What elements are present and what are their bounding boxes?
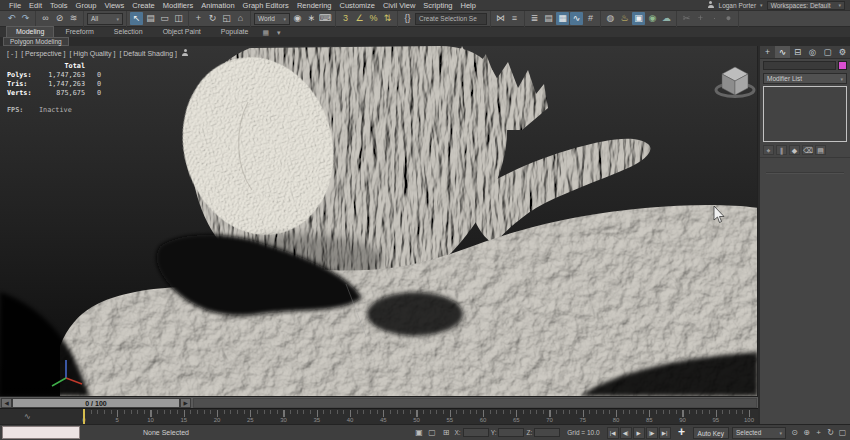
render-production-icon[interactable]: ◉ <box>646 12 659 25</box>
material-editor-icon[interactable]: ◍ <box>604 12 617 25</box>
scene-explorer-icon[interactable]: ▤ <box>542 12 555 25</box>
render-in-cloud-icon[interactable]: ☁ <box>660 12 673 25</box>
viewport-person-icon[interactable] <box>181 49 189 57</box>
zoom-icon[interactable]: ⊙ <box>789 427 800 438</box>
select-and-rotate-icon[interactable]: ↻ <box>206 12 219 25</box>
select-object-icon[interactable]: ↖ <box>130 12 143 25</box>
motion-tab-icon[interactable]: ◎ <box>805 46 820 58</box>
zoom-extents-icon[interactable]: ⊕ <box>801 427 812 438</box>
selection-lock-toggle-icon[interactable]: ▢ <box>427 427 438 438</box>
polygon-modeling-panel-button[interactable]: Polygon Modeling <box>3 37 69 46</box>
unlink-selection-icon[interactable]: ⊘ <box>53 12 66 25</box>
align-icon[interactable]: ≡ <box>508 12 521 25</box>
ribbon-toggle-icon[interactable]: ▦ <box>556 12 569 25</box>
maximize-viewport-toggle-icon[interactable]: ▢ <box>837 427 848 438</box>
keyboard-override-icon[interactable]: ⌨ <box>319 12 332 25</box>
time-slider-handle[interactable]: 0 / 100 <box>12 398 180 408</box>
coordinate-field-x[interactable] <box>463 428 489 437</box>
menu-item-views[interactable]: Views <box>100 1 128 10</box>
account-chevron-icon[interactable]: ▾ <box>760 2 763 8</box>
curve-editor-icon[interactable]: ∿ <box>570 12 583 25</box>
current-frame-caret[interactable] <box>83 409 85 424</box>
auto-key-button[interactable]: Auto Key <box>693 427 729 439</box>
hierarchy-tab-icon[interactable]: ⊟ <box>790 46 805 58</box>
disabled-tool-icon-2[interactable]: + <box>694 12 707 25</box>
maxscript-mini-listener[interactable] <box>2 426 80 439</box>
track-bar[interactable]: ∿ 05101520253035404550556065707580859095… <box>0 408 758 424</box>
rendered-frame-window-icon[interactable]: ▣ <box>632 12 645 25</box>
modify-tab-icon[interactable]: ∿ <box>775 46 790 58</box>
mirror-icon[interactable]: ⋈ <box>494 12 507 25</box>
use-pivot-center-icon[interactable]: ◉ <box>291 12 304 25</box>
schematic-view-icon[interactable]: # <box>584 12 597 25</box>
menu-item-customize[interactable]: Customize <box>335 1 378 10</box>
select-and-scale-icon[interactable]: ◱ <box>220 12 233 25</box>
window-crossing-icon[interactable]: ◫ <box>172 12 185 25</box>
disabled-tool-icon-1[interactable]: ✂ <box>680 12 693 25</box>
undo-icon[interactable]: ↶ <box>5 12 18 25</box>
menu-item-graph-editors[interactable]: Graph Editors <box>239 1 293 10</box>
ribbon-tab-object-paint[interactable]: Object Paint <box>154 27 210 37</box>
menu-item-rendering[interactable]: Rendering <box>293 1 336 10</box>
display-tab-icon[interactable]: ▢ <box>820 46 835 58</box>
menu-item-help[interactable]: Help <box>456 1 479 10</box>
previous-frame-button[interactable]: ◀| <box>620 427 632 439</box>
utilities-tab-icon[interactable]: ⚙ <box>835 46 850 58</box>
reference-coordinate-dropdown[interactable]: World▾ <box>254 13 290 25</box>
time-slider-next-button[interactable]: ▶ <box>180 398 191 408</box>
disabled-tool-icon-4[interactable]: ● <box>722 12 735 25</box>
percent-snap-icon[interactable]: % <box>367 12 380 25</box>
remove-modifier-icon[interactable]: ⌫ <box>802 145 813 155</box>
menu-item-animation[interactable]: Animation <box>197 1 238 10</box>
snap-toggle-3d-icon[interactable]: 3 <box>339 12 352 25</box>
menu-item-scripting[interactable]: Scripting <box>419 1 456 10</box>
time-slider-track[interactable] <box>193 398 757 408</box>
menu-item-civil-view[interactable]: Civil View <box>379 1 419 10</box>
redo-icon[interactable]: ↷ <box>19 12 32 25</box>
next-frame-button[interactable]: |▶ <box>646 427 658 439</box>
isolate-selection-toggle-icon[interactable]: ▣ <box>414 427 425 438</box>
account-name[interactable]: Logan Porter <box>719 2 757 9</box>
make-unique-icon[interactable]: ◆ <box>789 145 800 155</box>
perspective-viewport[interactable]: [ - ] [ Perspective ] [ High Quality ] [… <box>0 46 758 396</box>
select-by-name-icon[interactable]: ▤ <box>144 12 157 25</box>
configure-modifier-sets-icon[interactable]: ▤ <box>815 145 826 155</box>
keying-selection-set-dropdown[interactable]: Selected ▾ <box>732 427 786 439</box>
bind-to-space-warp-icon[interactable]: ≋ <box>67 12 80 25</box>
time-slider-prev-button[interactable]: ◀ <box>1 398 12 408</box>
angle-snap-icon[interactable]: ∠ <box>353 12 366 25</box>
edit-named-selection-sets-icon[interactable]: {} <box>401 12 414 25</box>
object-name-field[interactable] <box>763 61 836 70</box>
workspace-dropdown[interactable]: Workspaces: Default ▾ <box>767 1 845 10</box>
play-animation-button[interactable]: ▶ <box>633 427 645 439</box>
set-key-button[interactable]: + <box>674 426 690 439</box>
menu-item-group[interactable]: Group <box>72 1 101 10</box>
coordinate-field-z[interactable] <box>534 428 560 437</box>
coordinate-field-y[interactable] <box>498 428 524 437</box>
select-and-place-icon[interactable]: ⌂ <box>234 12 247 25</box>
viewport-quality-menu[interactable]: [ High Quality ] <box>69 50 115 57</box>
go-to-end-button[interactable]: ▶| <box>659 427 671 439</box>
menu-item-file[interactable]: File <box>5 1 25 10</box>
ribbon-tab-modeling[interactable]: Modeling <box>6 26 54 37</box>
modifier-list-dropdown[interactable]: Modifier List ▾ <box>763 73 847 84</box>
create-tab-icon[interactable]: + <box>760 46 775 58</box>
named-selection-set-field[interactable]: Create Selection Se <box>415 13 487 25</box>
absolute-mode-toggle-icon[interactable]: ⊞ <box>441 427 452 438</box>
ribbon-config-icon[interactable]: ▦ <box>259 29 272 37</box>
menu-item-edit[interactable]: Edit <box>25 1 46 10</box>
ribbon-tab-populate[interactable]: Populate <box>212 27 258 37</box>
show-end-result-icon[interactable]: ∥ <box>776 145 787 155</box>
pan-view-icon[interactable]: + <box>813 427 824 438</box>
disabled-tool-icon-3[interactable]: · <box>708 12 721 25</box>
ribbon-minimize-icon[interactable]: ▾ <box>274 29 284 37</box>
go-to-start-button[interactable]: |◀ <box>607 427 619 439</box>
select-and-link-icon[interactable]: ∞ <box>39 12 52 25</box>
layer-explorer-icon[interactable]: ≣ <box>528 12 541 25</box>
menu-item-modifiers[interactable]: Modifiers <box>159 1 197 10</box>
ribbon-tab-freeform[interactable]: Freeform <box>56 27 102 37</box>
menu-item-tools[interactable]: Tools <box>46 1 72 10</box>
spinner-snap-icon[interactable]: ⇅ <box>381 12 394 25</box>
menu-item-create[interactable]: Create <box>128 1 159 10</box>
select-and-move-icon[interactable]: + <box>192 12 205 25</box>
